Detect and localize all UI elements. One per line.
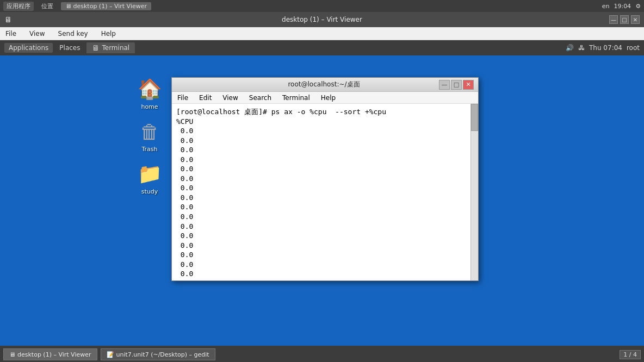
terminal-window: root@localhost:~/桌面 — □ ✕ File Edit View… bbox=[171, 77, 479, 281]
host-pager-display[interactable]: 1 / 4 bbox=[620, 350, 641, 359]
virt-menu-view[interactable]: View bbox=[26, 29, 48, 39]
host-taskbar-virt-icon: 🖥 bbox=[9, 351, 15, 358]
guest-user: root bbox=[627, 44, 640, 52]
virt-viewer-window-buttons: — □ ✕ bbox=[609, 15, 640, 24]
virt-viewer-window: 🖥 desktop (1) – Virt Viewer — □ ✕ File V… bbox=[0, 12, 644, 362]
desktop-icon-trash[interactable]: 🗑 Trash bbox=[128, 116, 171, 155]
host-taskbar-virt-label: desktop (1) – Virt Viewer bbox=[17, 351, 91, 358]
virt-menu-sendkey[interactable]: Send key bbox=[55, 29, 91, 39]
terminal-content[interactable]: [root@localhost 桌面]# ps ax -o %cpu --sor… bbox=[172, 104, 478, 280]
trash-icon-label: Trash bbox=[141, 146, 157, 153]
host-taskbar-gedit-icon: 📝 bbox=[107, 351, 114, 358]
host-topbar-left: 应用程序 位置 🖥 desktop (1) – Virt Viewer bbox=[3, 2, 151, 11]
guest-places-menu[interactable]: Places bbox=[55, 43, 84, 53]
guest-panel-right: 🔊 🖧 Thu 07:04 root bbox=[566, 44, 640, 52]
guest-network-icon[interactable]: 🖧 bbox=[578, 44, 585, 52]
terminal-menu-search[interactable]: Search bbox=[246, 93, 275, 102]
desktop-icon-study[interactable]: 📁 study bbox=[128, 159, 171, 197]
host-taskbar-virt-viewer[interactable]: 🖥 desktop (1) – Virt Viewer bbox=[3, 348, 97, 360]
desktop-icon-home[interactable]: 🏠 home bbox=[128, 74, 171, 113]
terminal-tab-label: Terminal bbox=[102, 44, 129, 52]
terminal-scrollbar[interactable] bbox=[470, 104, 478, 280]
host-pager: 1 / 4 bbox=[620, 350, 641, 359]
virt-viewer-title: desktop (1) – Virt Viewer bbox=[282, 16, 362, 23]
virt-viewer-titlebar: 🖥 desktop (1) – Virt Viewer — □ ✕ bbox=[0, 12, 644, 27]
virt-minimize-button[interactable]: — bbox=[609, 15, 618, 24]
terminal-titlebar: root@localhost:~/桌面 — □ ✕ bbox=[172, 78, 478, 92]
terminal-tab-icon: 🖥 bbox=[92, 43, 100, 52]
host-settings-icon[interactable]: ⚙ bbox=[635, 3, 641, 10]
study-folder-icon: 📁 bbox=[137, 161, 163, 187]
terminal-maximize-button[interactable]: □ bbox=[451, 80, 462, 90]
host-window-indicator: 🖥 desktop (1) – Virt Viewer bbox=[61, 2, 151, 10]
terminal-close-button[interactable]: ✕ bbox=[463, 80, 474, 90]
locale-indicator: en bbox=[602, 3, 610, 10]
host-places-menu[interactable]: 位置 bbox=[38, 2, 57, 11]
virt-menu-help[interactable]: Help bbox=[98, 29, 119, 39]
host-taskbar-gedit[interactable]: 📝 unit7.unit7 (~/Desktop) – gedit bbox=[101, 348, 215, 360]
host-time: 19:04 bbox=[614, 3, 631, 10]
virt-close-button[interactable]: ✕ bbox=[631, 15, 640, 24]
terminal-title: root@localhost:~/桌面 bbox=[209, 80, 439, 89]
host-app-menu[interactable]: 应用程序 bbox=[3, 2, 34, 11]
guest-applications-menu[interactable]: Applications bbox=[4, 43, 53, 53]
home-icon: 🏠 bbox=[137, 76, 163, 102]
trash-icon: 🗑 bbox=[137, 118, 163, 145]
guest-volume-icon[interactable]: 🔊 bbox=[566, 44, 574, 52]
guest-terminal-tab[interactable]: 🖥 Terminal bbox=[86, 42, 135, 53]
terminal-menubar: File Edit View Search Terminal Help bbox=[172, 92, 478, 104]
terminal-menu-help[interactable]: Help bbox=[318, 93, 339, 102]
host-topbar-right: en 19:04 ⚙ bbox=[602, 3, 641, 10]
terminal-menu-terminal[interactable]: Terminal bbox=[279, 93, 313, 102]
terminal-scrollbar-thumb[interactable] bbox=[471, 104, 478, 131]
home-icon-label: home bbox=[141, 103, 158, 110]
virt-viewer-menubar: File View Send key Help bbox=[0, 27, 644, 40]
terminal-menu-file[interactable]: File bbox=[174, 93, 191, 102]
terminal-window-buttons: — □ ✕ bbox=[439, 80, 474, 90]
guest-time: Thu 07:04 bbox=[589, 44, 622, 52]
terminal-menu-edit[interactable]: Edit bbox=[196, 93, 215, 102]
host-taskbar-gedit-label: unit7.unit7 (~/Desktop) – gedit bbox=[116, 351, 209, 358]
study-icon-label: study bbox=[141, 188, 158, 195]
terminal-menu-view[interactable]: View bbox=[219, 93, 241, 102]
host-topbar: 应用程序 位置 🖥 desktop (1) – Virt Viewer en 1… bbox=[0, 0, 644, 12]
virt-titlebar-icon: 🖥 bbox=[4, 15, 12, 24]
terminal-output: [root@localhost 桌面]# ps ax -o %cpu --sor… bbox=[176, 107, 474, 280]
virt-maximize-button[interactable]: □ bbox=[620, 15, 629, 24]
virt-menu-file[interactable]: File bbox=[2, 29, 20, 39]
guest-top-panel: Applications Places 🖥 Terminal 🔊 🖧 Thu 0… bbox=[0, 40, 644, 55]
guest-panel-left: Applications Places 🖥 Terminal bbox=[4, 42, 135, 53]
host-bottombar: 🖥 desktop (1) – Virt Viewer 📝 unit7.unit… bbox=[0, 347, 644, 362]
guest-desktop: Applications Places 🖥 Terminal 🔊 🖧 Thu 0… bbox=[0, 40, 644, 362]
terminal-minimize-button[interactable]: — bbox=[439, 80, 450, 90]
